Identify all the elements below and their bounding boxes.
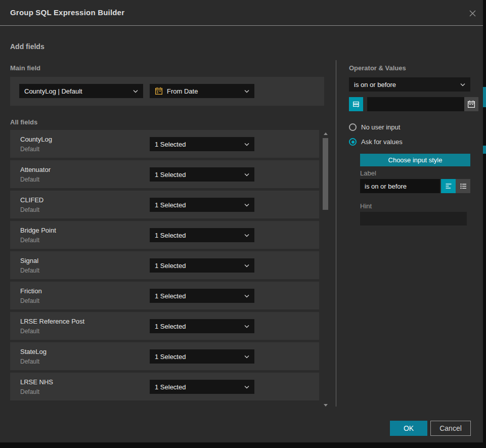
field-name: Bridge Point xyxy=(20,227,56,234)
field-values-select-value: 1 Selected xyxy=(155,292,241,300)
field-sublabel: Default xyxy=(20,146,39,153)
field-row: CLIFED Default 1 Selected xyxy=(10,191,319,218)
field-sublabel: Default xyxy=(20,358,39,365)
main-field-panel: CountyLog | Default xyxy=(10,77,324,106)
field-values-select[interactable]: 1 Selected xyxy=(150,380,254,394)
radio-icon xyxy=(349,138,357,146)
radio-no-user-input[interactable]: No user input xyxy=(349,123,400,131)
radio-ask-for-values[interactable]: Ask for values xyxy=(349,138,403,146)
radio-label: Ask for values xyxy=(361,138,403,146)
field-row: LRSE Reference Post Default 1 Selected xyxy=(10,312,319,340)
field-values-select[interactable]: 1 Selected xyxy=(150,349,254,364)
chevron-down-icon xyxy=(244,325,249,328)
field-name: CLIFED xyxy=(20,196,43,204)
field-values-select[interactable]: 1 Selected xyxy=(150,258,254,273)
align-left-style-button[interactable] xyxy=(441,179,456,193)
field-values-select[interactable]: 1 Selected xyxy=(150,228,254,242)
all-fields-list: CountyLog Default 1 Selected Attenuator … xyxy=(10,130,319,403)
operator-select[interactable]: is on or before xyxy=(349,77,470,92)
field-row: StateLog Default 1 Selected xyxy=(10,342,319,370)
backdrop-accent-fragment xyxy=(483,87,486,107)
value-input-type-button[interactable] xyxy=(349,97,363,111)
field-values-select-value: 1 Selected xyxy=(155,383,241,391)
dialog-title: Group SQL Expression Builder xyxy=(10,8,124,17)
field-row: Bridge Point Default 1 Selected xyxy=(10,221,319,249)
bulleted-list-icon xyxy=(459,182,467,190)
all-fields-heading: All fields xyxy=(10,118,37,126)
field-name: CountyLog xyxy=(20,136,52,143)
stacked-values-icon xyxy=(352,100,360,108)
layer-select[interactable]: CountyLog | Default xyxy=(19,84,143,98)
main-field-heading: Main field xyxy=(10,64,40,72)
label-field-label: Label xyxy=(360,169,376,177)
label-input[interactable] xyxy=(360,179,440,193)
field-sublabel: Default xyxy=(20,297,39,304)
layer-select-value: CountyLog | Default xyxy=(24,87,130,95)
field-row: Signal Default 1 Selected xyxy=(10,251,319,279)
field-values-select[interactable]: 1 Selected xyxy=(150,167,254,182)
field-row: LRSE NHS Default 1 Selected xyxy=(10,373,319,400)
field-values-select[interactable]: 1 Selected xyxy=(150,319,254,333)
backdrop-edge-strip xyxy=(483,0,486,448)
hint-input[interactable] xyxy=(360,212,467,226)
field-row: Attenuator Default 1 Selected xyxy=(10,160,319,188)
field-row: Friction Default 1 Selected xyxy=(10,282,319,309)
field-values-select-value: 1 Selected xyxy=(155,171,241,178)
calendar-icon xyxy=(155,87,163,95)
main-field-select[interactable]: From Date xyxy=(150,84,254,98)
close-icon xyxy=(468,9,477,18)
panel-divider xyxy=(336,60,336,407)
field-sublabel: Default xyxy=(20,176,39,183)
main-field-select-value: From Date xyxy=(167,87,241,95)
value-date-input[interactable] xyxy=(367,97,464,111)
field-sublabel: Default xyxy=(20,237,39,244)
field-name: Signal xyxy=(20,257,38,264)
dialog-titlebar: Group SQL Expression Builder xyxy=(0,0,483,26)
group-sql-expression-builder-dialog: Group SQL Expression Builder Add fields … xyxy=(0,0,483,442)
chevron-down-icon xyxy=(244,234,249,237)
chevron-down-icon xyxy=(244,143,249,146)
field-sublabel: Default xyxy=(20,388,39,395)
cancel-button[interactable]: Cancel xyxy=(430,421,471,436)
field-name: Attenuator xyxy=(20,166,51,173)
value-input-row xyxy=(349,97,470,111)
list-style-button[interactable] xyxy=(456,179,470,193)
ok-button[interactable]: OK xyxy=(390,421,427,436)
close-button[interactable] xyxy=(466,7,478,19)
date-picker-button[interactable] xyxy=(464,97,478,111)
scroll-up-arrow-icon[interactable] xyxy=(324,132,328,135)
chevron-down-icon xyxy=(244,203,249,207)
operator-select-value: is on or before xyxy=(354,81,457,88)
chevron-down-icon xyxy=(244,264,249,267)
chevron-down-icon xyxy=(244,294,249,298)
scrollbar-thumb[interactable] xyxy=(323,138,328,210)
chevron-down-icon xyxy=(244,89,249,93)
field-values-select[interactable]: 1 Selected xyxy=(150,289,254,303)
add-fields-heading: Add fields xyxy=(10,42,45,51)
choose-input-style-button[interactable]: Choose input style xyxy=(360,154,470,166)
field-name: StateLog xyxy=(20,348,47,355)
field-sublabel: Default xyxy=(20,206,39,213)
field-sublabel: Default xyxy=(20,328,39,335)
field-name: LRSE NHS xyxy=(20,378,53,386)
field-values-select[interactable]: 1 Selected xyxy=(150,137,254,151)
radio-label: No user input xyxy=(361,123,400,131)
chevron-down-icon xyxy=(133,89,138,93)
field-values-select-value: 1 Selected xyxy=(155,201,241,209)
field-values-select-value: 1 Selected xyxy=(155,262,241,270)
operator-values-heading: Operator & Values xyxy=(349,64,406,72)
field-values-select-value: 1 Selected xyxy=(155,232,241,239)
field-values-select-value: 1 Selected xyxy=(155,323,241,330)
hint-field-label: Hint xyxy=(360,202,372,210)
label-input-row xyxy=(360,179,470,193)
value-date-field xyxy=(367,97,478,111)
radio-icon xyxy=(349,123,357,131)
align-left-icon xyxy=(445,182,453,190)
list-scrollbar[interactable] xyxy=(322,131,330,408)
field-sublabel: Default xyxy=(20,267,39,274)
chevron-down-icon xyxy=(244,385,249,389)
chevron-down-icon xyxy=(244,355,249,359)
field-values-select[interactable]: 1 Selected xyxy=(150,198,254,212)
scroll-down-arrow-icon[interactable] xyxy=(324,404,328,407)
backdrop-accent-fragment xyxy=(483,146,486,154)
